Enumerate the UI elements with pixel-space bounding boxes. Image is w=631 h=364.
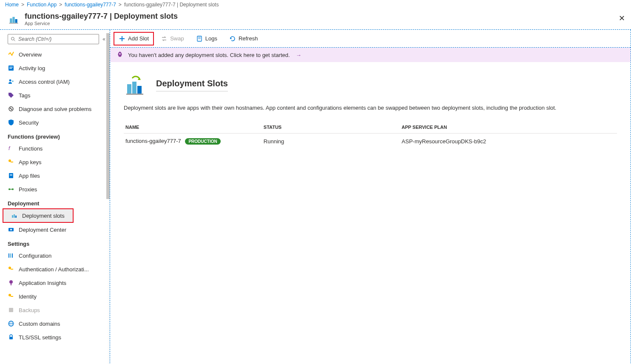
arrow-right-icon: → <box>296 52 301 58</box>
sidebar-item-identity[interactable]: Identity <box>0 290 110 303</box>
svg-rect-4 <box>9 67 13 68</box>
info-bar-text: You haven't added any deployment slots. … <box>128 52 290 58</box>
logs-button[interactable]: Logs <box>191 32 222 46</box>
table-row[interactable]: functions-ggailey777-7 PRODUCTION Runnin… <box>124 134 617 149</box>
plus-icon <box>119 35 125 42</box>
breadcrumb-home[interactable]: Home <box>5 2 19 8</box>
svg-rect-29 <box>11 284 11 285</box>
svg-rect-27 <box>11 269 13 270</box>
refresh-button[interactable]: Refresh <box>224 32 263 46</box>
svg-rect-44 <box>132 82 136 94</box>
sidebar-item-tags[interactable]: Tags <box>0 88 110 102</box>
breadcrumb-separator: > <box>21 2 24 8</box>
breadcrumb-separator: > <box>59 2 62 8</box>
sidebar-group-deployment: Deployment <box>0 196 110 208</box>
svg-rect-24 <box>10 253 11 258</box>
sidebar-item-label: Activity log <box>19 65 45 71</box>
sidebar: Search (Ctrl+/) « Overview Activity log … <box>0 30 110 364</box>
sidebar-item-label: Backups <box>19 307 40 313</box>
sidebar-item-authentication[interactable]: Authentication / Authorizati... <box>0 262 110 276</box>
page-header: functions-ggailey777-7 | Deployment slot… <box>0 9 631 29</box>
logs-icon <box>196 35 203 42</box>
functions-icon: f <box>8 145 14 152</box>
sidebar-item-deployment-center[interactable]: Deployment Center <box>0 223 110 236</box>
sidebar-item-configuration[interactable]: Configuration <box>0 249 110 262</box>
sidebar-item-label: TLS/SSL settings <box>19 334 61 341</box>
insights-icon <box>8 279 14 286</box>
rocket-icon <box>116 51 124 59</box>
svg-rect-18 <box>12 215 13 218</box>
sidebar-item-security[interactable]: Security <box>0 116 110 129</box>
sidebar-item-label: Tags <box>19 92 30 99</box>
tls-icon <box>8 334 14 341</box>
sidebar-item-functions[interactable]: f Functions <box>0 142 110 155</box>
sidebar-item-tls-ssl[interactable]: TLS/SSL settings <box>0 330 110 344</box>
main-content: Add Slot Swap Logs Refresh You haven't a… <box>110 30 631 364</box>
refresh-label: Refresh <box>239 35 258 42</box>
sidebar-item-label: Diagnose and solve problems <box>19 106 91 112</box>
sidebar-group-functions: Functions (preview) <box>0 129 110 142</box>
production-badge: PRODUCTION <box>185 138 220 145</box>
slot-status: Running <box>262 134 400 149</box>
svg-rect-23 <box>9 253 9 258</box>
breadcrumb-function-app[interactable]: Function App <box>27 2 57 8</box>
sidebar-item-label: Proxies <box>19 186 37 193</box>
overview-icon <box>8 51 14 58</box>
search-input[interactable]: Search (Ctrl+/) <box>8 34 99 44</box>
svg-rect-13 <box>10 174 12 175</box>
sidebar-item-app-keys[interactable]: App keys <box>0 155 110 169</box>
deployment-center-icon <box>8 226 14 233</box>
column-plan[interactable]: APP SERVICE PLAN <box>400 121 617 134</box>
svg-rect-36 <box>9 337 13 339</box>
content-header: Deployment Slots <box>124 73 617 97</box>
sidebar-item-label: Configuration <box>19 253 51 259</box>
sidebar-item-label: Access control (IAM) <box>19 79 70 85</box>
sidebar-item-label: Identity <box>19 293 37 300</box>
close-button[interactable]: ✕ <box>619 14 625 23</box>
page-subtitle: App Service <box>25 21 178 26</box>
svg-rect-20 <box>15 216 17 218</box>
svg-rect-11 <box>11 162 13 162</box>
collapse-sidebar-button[interactable]: « <box>102 36 105 42</box>
svg-point-6 <box>9 80 11 82</box>
svg-rect-25 <box>12 253 13 258</box>
sidebar-scrollbar[interactable] <box>106 33 110 199</box>
sidebar-item-backups: Backups <box>0 303 110 317</box>
sidebar-item-custom-domains[interactable]: Custom domains <box>0 317 110 330</box>
sidebar-item-label: Overview <box>19 51 42 58</box>
sidebar-item-label: App files <box>19 173 40 179</box>
refresh-icon <box>229 35 236 42</box>
domains-icon <box>8 320 14 327</box>
sidebar-item-deployment-slots[interactable]: Deployment slots <box>3 209 73 222</box>
app-service-icon <box>8 13 20 25</box>
svg-point-1 <box>11 37 14 40</box>
toolbar: Add Slot Swap Logs Refresh <box>110 30 631 48</box>
info-bar[interactable]: You haven't added any deployment slots. … <box>110 48 631 62</box>
sidebar-item-activity-log[interactable]: Activity log <box>0 61 110 75</box>
svg-point-7 <box>12 80 14 82</box>
sidebar-item-diagnose[interactable]: Diagnose and solve problems <box>0 102 110 116</box>
highlight-deployment-slots: Deployment slots <box>3 208 74 223</box>
svg-rect-31 <box>11 296 13 297</box>
slot-name: functions-ggailey777-7 <box>125 138 181 144</box>
deployment-slots-icon <box>11 212 18 219</box>
column-name[interactable]: NAME <box>124 121 262 134</box>
auth-icon <box>8 266 14 273</box>
sidebar-item-application-insights[interactable]: Application Insights <box>0 276 110 290</box>
key-icon <box>8 159 14 165</box>
add-slot-button[interactable]: Add Slot <box>114 32 154 46</box>
proxies-icon <box>8 186 14 193</box>
slot-plan: ASP-myResourceGroupDKS-b9c2 <box>400 134 617 149</box>
sidebar-item-app-files[interactable]: App files <box>0 169 110 182</box>
column-status[interactable]: STATUS <box>262 121 400 134</box>
search-icon <box>11 37 16 42</box>
sidebar-group-settings: Settings <box>0 236 110 249</box>
sidebar-item-access-control[interactable]: Access control (IAM) <box>0 75 110 88</box>
svg-point-15 <box>9 188 10 190</box>
backups-icon <box>8 307 14 313</box>
breadcrumb-resource[interactable]: functions-ggailey777-7 <box>65 2 116 8</box>
swap-icon <box>161 35 168 42</box>
sidebar-item-overview[interactable]: Overview <box>0 48 110 61</box>
sidebar-item-proxies[interactable]: Proxies <box>0 182 110 196</box>
iam-icon <box>8 78 14 85</box>
